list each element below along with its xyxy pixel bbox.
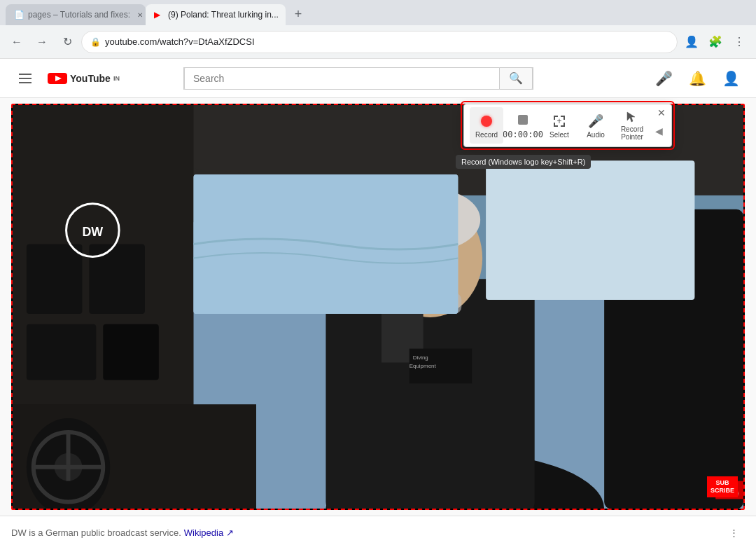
record-label: Record: [475, 131, 498, 139]
forward-button[interactable]: →: [31, 31, 53, 53]
mic-icon: 🎤: [655, 70, 673, 87]
url-text: youtube.com/watch?v=DtAaXfZDCSI: [105, 36, 668, 47]
refresh-button[interactable]: ↻: [56, 31, 78, 53]
svg-rect-9: [27, 244, 83, 314]
capture-toolbar-wrapper: ✕ Record Record (Windows logo key+Shift+…: [461, 101, 675, 150]
hamburger-line-3: [19, 82, 31, 83]
wikipedia-link[interactable]: Wikipedia ↗: [184, 527, 234, 538]
capture-stop-button[interactable]: 00:00:00: [506, 107, 540, 144]
toolbar-actions: 👤 🧩 ⋮: [680, 31, 750, 53]
audio-mic-icon: 🎤: [587, 113, 604, 130]
audio-label: Audio: [587, 131, 605, 139]
tab-2[interactable]: ▶ (9) Poland: Threat lurking in... ✕: [146, 4, 286, 25]
svg-text:Diving: Diving: [413, 354, 428, 361]
video-scene-svg: Diving Equipment DW SUB SCRIBE: [13, 105, 743, 509]
subscribe-badge[interactable]: SUB SCRIBE: [707, 476, 738, 497]
select-label: Select: [550, 131, 569, 139]
search-button[interactable]: 🔍: [499, 67, 533, 90]
select-dashed-icon: [554, 116, 565, 127]
record-dot-icon: [478, 113, 495, 130]
pointer-cursor-icon: [624, 110, 640, 124]
main-content: ✕ Record Record (Windows logo key+Shift+…: [0, 98, 756, 545]
tab-2-label: (9) Poland: Threat lurking in...: [168, 10, 279, 20]
record-pointer-label: RecordPointer: [621, 125, 643, 141]
tab-1-favicon: 📄: [14, 10, 24, 20]
security-icon: 🔒: [90, 37, 101, 47]
capture-record-button[interactable]: Record Record (Windows logo key+Shift+R): [470, 107, 503, 144]
tab-2-favicon: ▶: [154, 10, 164, 20]
stop-icon: [514, 111, 531, 128]
yt-header-left: YouTube IN: [11, 64, 120, 92]
svg-text:YouTube: YouTube: [70, 73, 111, 84]
capture-toolbar-highlight: ✕ Record Record (Windows logo key+Shift+…: [461, 101, 675, 150]
tab-1-close[interactable]: ✕: [134, 9, 146, 20]
yt-search-bar[interactable]: 🔍: [183, 67, 533, 90]
capture-timer: 00:00:00: [500, 130, 546, 139]
external-link-icon: ↗: [226, 527, 234, 538]
subscribe-text-2: SCRIBE: [710, 487, 734, 494]
capture-toolbar: ✕ Record Record (Windows logo key+Shift+…: [463, 104, 672, 147]
browser-toolbar: ← → ↻ 🔒 youtube.com/watch?v=DtAaXfZDCSI …: [0, 25, 756, 59]
tab-2-close[interactable]: ✕: [283, 9, 286, 20]
youtube-logo[interactable]: YouTube IN: [48, 71, 120, 85]
extensions-button[interactable]: 🧩: [704, 31, 727, 53]
capture-audio-button[interactable]: 🎤 Audio: [579, 107, 612, 144]
menu-button[interactable]: ⋮: [728, 31, 750, 53]
search-icon: 🔍: [509, 71, 523, 85]
yt-header-right: 🎤 🔔 👤: [650, 64, 745, 92]
yt-account-button[interactable]: 👤: [717, 64, 745, 92]
dw-description: DW is a German public broadcast service.: [11, 527, 181, 538]
svg-rect-31: [486, 160, 694, 300]
svg-rect-11: [27, 324, 96, 380]
youtube-logo-svg: YouTube: [48, 71, 111, 85]
yt-notifications-button[interactable]: 🔔: [683, 64, 711, 92]
vertical-dots-icon: ⋮: [729, 527, 738, 538]
wikipedia-link-text: Wikipedia: [184, 527, 223, 538]
svg-marker-3: [627, 112, 635, 122]
hamburger-line-1: [19, 74, 31, 75]
bottom-info-bar: DW is a German public broadcast service.…: [0, 516, 756, 545]
subscribe-text-1: SUB: [715, 479, 729, 486]
pin-button[interactable]: ◀: [652, 124, 666, 138]
info-menu-button[interactable]: ⋮: [722, 522, 745, 544]
record-dot: [481, 116, 492, 127]
new-tab-button[interactable]: +: [288, 4, 308, 24]
svg-text:DW: DW: [82, 225, 103, 239]
svg-text:Equipment: Equipment: [410, 363, 437, 369]
video-container: Diving Equipment DW SUB SCRIBE: [11, 104, 745, 510]
profile-button[interactable]: 👤: [680, 31, 703, 53]
select-icon: [551, 113, 568, 130]
stop-square: [518, 115, 528, 125]
back-button[interactable]: ←: [6, 31, 28, 53]
search-input[interactable]: [184, 67, 499, 90]
hamburger-line-2: [19, 78, 31, 79]
tab-1[interactable]: 📄 pages – Tutorials and fixes: ✕: [6, 4, 146, 25]
browser-frame: 📄 pages – Tutorials and fixes: ✕ ▶ (9) P…: [0, 0, 756, 545]
svg-rect-12: [103, 324, 159, 380]
capture-pointer-button[interactable]: RecordPointer: [615, 107, 649, 144]
capture-select-button[interactable]: Select: [542, 107, 576, 144]
tab-bar: 📄 pages – Tutorials and fixes: ✕ ▶ (9) P…: [0, 0, 756, 25]
capture-close-button[interactable]: ✕: [654, 106, 668, 120]
youtube-header: YouTube IN 🔍 🎤 🔔 👤: [0, 59, 756, 98]
address-bar[interactable]: 🔒 youtube.com/watch?v=DtAaXfZDCSI: [81, 31, 678, 53]
svg-rect-10: [89, 244, 145, 314]
yt-region: IN: [113, 75, 120, 82]
tab-1-label: pages – Tutorials and fixes:: [28, 10, 130, 20]
hamburger-button[interactable]: [11, 64, 39, 92]
yt-mic-button[interactable]: 🎤: [650, 64, 678, 92]
